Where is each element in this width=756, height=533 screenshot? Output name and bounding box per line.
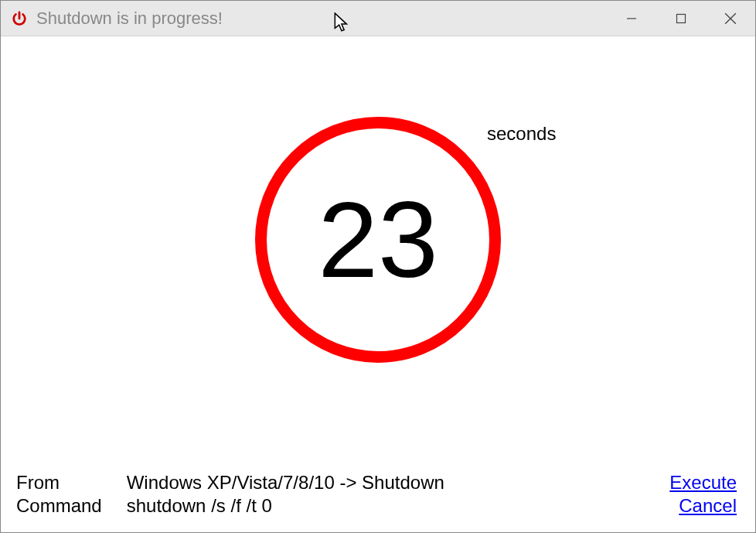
- seconds-label: seconds: [487, 122, 556, 144]
- from-value: Windows XP/Vista/7/8/10 -> Shutdown: [127, 472, 444, 494]
- execute-link[interactable]: Execute: [669, 472, 737, 494]
- command-label: Command: [16, 495, 102, 517]
- countdown-container: 23 seconds: [255, 116, 501, 362]
- command-value: shutdown /s /f /t 0: [127, 495, 444, 517]
- countdown-value: 23: [318, 185, 438, 293]
- from-label: From: [16, 472, 102, 494]
- window-controls: [607, 1, 755, 36]
- info-table: From Windows XP/Vista/7/8/10 -> Shutdown…: [16, 472, 444, 517]
- power-icon: [10, 9, 29, 28]
- countdown-circle: 23: [255, 116, 501, 362]
- svg-rect-1: [677, 14, 686, 22]
- window-title: Shutdown is in progress!: [36, 9, 607, 29]
- action-links: Execute Cancel: [669, 472, 737, 517]
- maximize-button[interactable]: [656, 1, 706, 36]
- cancel-link[interactable]: Cancel: [679, 495, 737, 517]
- content-area: 23 seconds: [1, 36, 755, 472]
- close-button[interactable]: [706, 1, 755, 36]
- footer: From Windows XP/Vista/7/8/10 -> Shutdown…: [1, 472, 755, 532]
- titlebar: Shutdown is in progress!: [1, 1, 755, 36]
- minimize-button[interactable]: [607, 1, 656, 36]
